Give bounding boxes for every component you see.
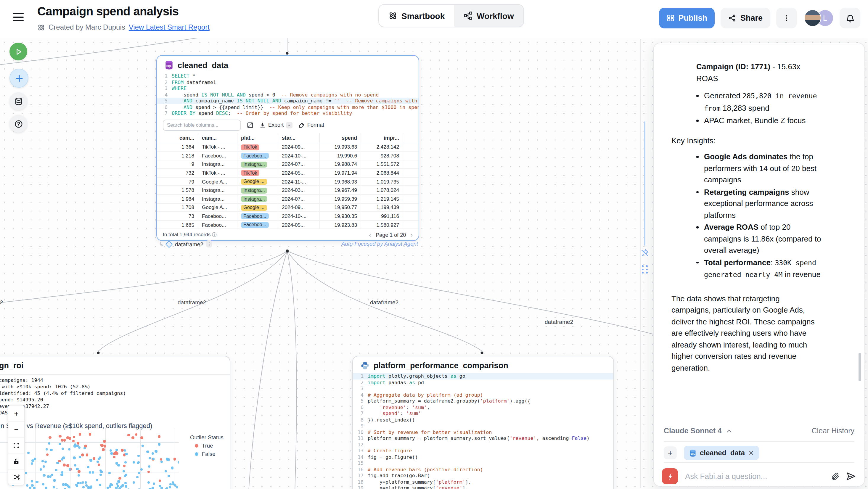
- zoom-out-button[interactable]: −: [8, 422, 24, 437]
- share-button[interactable]: Share: [721, 8, 770, 28]
- list-item: Retargeting campaigns show exceptional p…: [696, 186, 824, 221]
- column-header[interactable]: impr...: [361, 133, 403, 143]
- table-row[interactable]: 1,708Google A...Google ...2024-09...19,9…: [157, 203, 419, 212]
- notifications-button[interactable]: [840, 8, 860, 28]
- column-header[interactable]: clicks: [403, 133, 419, 143]
- key-insights-label: Key Insights:: [672, 135, 824, 146]
- add-node-button[interactable]: [9, 69, 28, 88]
- legend-item-true[interactable]: True: [190, 443, 223, 449]
- data-sources-button[interactable]: [9, 92, 27, 110]
- fabi-logo: [662, 468, 678, 484]
- fit-view-icon: [13, 442, 20, 449]
- table-search-input[interactable]: [163, 119, 241, 130]
- chart-legend[interactable]: Outlier Status True False: [190, 434, 223, 457]
- panel-gutter-divider: [640, 39, 641, 488]
- sql-node-icon: SQL: [164, 60, 174, 70]
- export-dropdown[interactable]: ⌄: [286, 122, 292, 128]
- table-row[interactable]: 1,364TikTok - ...TikTok2024-09...19,993.…: [157, 143, 419, 151]
- send-icon[interactable]: [846, 471, 856, 481]
- export-button[interactable]: Export ⌄: [259, 122, 292, 128]
- more-menu-button[interactable]: [776, 8, 797, 28]
- ai-chat-panel: – – – Campaign (ID: 1771) - 15.63x ROAS …: [653, 42, 865, 487]
- model-selector[interactable]: Claude Sonnet 4: [664, 427, 733, 435]
- run-all-button[interactable]: [9, 42, 27, 60]
- table-row[interactable]: 1,218Faceboo...Faceboo...2024-10-...19,9…: [157, 151, 419, 160]
- message-heading: Campaign (ID: 1771) - 15.63x ROAS: [696, 61, 824, 84]
- return-arrow-icon: ↳: [159, 241, 164, 247]
- python-code-editor[interactable]: 1import plotly.graph_objects as go2impor…: [353, 373, 613, 489]
- tab-workflow[interactable]: Workflow: [454, 5, 523, 27]
- column-header[interactable]: star...: [278, 133, 319, 143]
- chevron-up-icon: [726, 428, 733, 434]
- table-row[interactable]: 1,984Instagra...Instagra...2024-07...19,…: [157, 194, 419, 203]
- shuffle-icon: [13, 473, 20, 481]
- platform-badge: Faceboo...: [241, 213, 269, 219]
- output-menu-button[interactable]: ⋮: [206, 240, 212, 247]
- publish-grid-icon: [666, 14, 674, 22]
- shuffle-layout-button[interactable]: [8, 469, 24, 485]
- avatar-photo[interactable]: [804, 9, 821, 27]
- legend-item-false[interactable]: False: [190, 451, 223, 457]
- attachment-icon[interactable]: [831, 471, 840, 481]
- node-output-row[interactable]: ↳ dataframe2 ⋮: [159, 240, 212, 247]
- app-header: Campaign spend analysis Created by Marc …: [0, 0, 868, 38]
- next-page-button[interactable]: ›: [411, 232, 413, 238]
- context-chip-cleaned-data[interactable]: SQL cleaned_data ✕: [684, 446, 760, 460]
- view-toggle: Smartbook Workflow: [378, 4, 524, 27]
- node-platform-performance-comparison[interactable]: platform_performance_comparison 1import …: [352, 356, 614, 489]
- fit-view-button[interactable]: [8, 437, 24, 454]
- key-insights-list: Google Ads dominates the top performers …: [672, 151, 824, 281]
- scatter-plot[interactable]: [0, 422, 179, 489]
- table-row[interactable]: 1,578Instagra...Instagra...2024-03...19,…: [157, 186, 419, 194]
- dataframe-icon: [165, 240, 173, 247]
- add-context-button[interactable]: +: [664, 447, 677, 459]
- svg-text:SQL: SQL: [691, 453, 695, 455]
- zoom-in-button[interactable]: +: [8, 405, 24, 422]
- column-header[interactable]: plat...: [237, 133, 278, 143]
- edge-label-dataframe2: dataframe2: [545, 318, 573, 325]
- panel-scrollbar[interactable]: [859, 353, 861, 381]
- prev-page-button[interactable]: ‹: [369, 232, 371, 238]
- table-row[interactable]: 732TikTok - ...TikTok2024-05...19,971.94…: [157, 169, 419, 177]
- drag-handle-icon[interactable]: [642, 265, 648, 273]
- console-output: Filtered campaigns: 1944 Campaigns with …: [0, 375, 230, 419]
- expand-table-button[interactable]: [247, 122, 253, 128]
- result-table[interactable]: cam...cam...plat...star...spendimpr...cl…: [157, 133, 419, 230]
- plus-icon: [14, 74, 23, 83]
- sql-code-editor[interactable]: 1SELECT *2FROM dataframe13WHERE4 spend I…: [157, 73, 418, 116]
- response-indicator-line: [644, 121, 645, 246]
- expand-icon: [247, 122, 253, 128]
- table-row[interactable]: 9Instagra...Instagra...2024-07...19,988.…: [157, 160, 419, 169]
- smart-report-link[interactable]: View Latest Smart Report: [129, 23, 210, 31]
- list-item: Average ROAS of top 20 campaigns is 11.8…: [696, 221, 824, 256]
- legend-dot-true: [195, 444, 198, 448]
- menu-icon[interactable]: [13, 13, 24, 21]
- column-header[interactable]: cam...: [157, 133, 198, 143]
- format-button[interactable]: Format: [299, 122, 324, 128]
- smartbook-icon: [389, 11, 397, 20]
- platform-badge: Faceboo...: [241, 153, 269, 159]
- remove-chip-icon[interactable]: ✕: [748, 449, 754, 457]
- chat-input[interactable]: [684, 471, 825, 481]
- platform-badge: Instagra...: [241, 161, 267, 167]
- lock-button[interactable]: [8, 454, 24, 469]
- platform-badge: Instagra...: [241, 187, 267, 193]
- clear-history-button[interactable]: Clear History: [812, 427, 855, 435]
- table-row[interactable]: 79Google A...Google ...2024-11-...19,968…: [157, 177, 419, 186]
- column-header[interactable]: spend: [319, 133, 361, 143]
- node-title-text: platform_performance_comparison: [374, 361, 508, 370]
- column-header[interactable]: cam...: [198, 133, 237, 143]
- publish-button[interactable]: Publish: [659, 8, 715, 28]
- list-item: Generated 285,820 in revenue from 18,283…: [696, 90, 824, 114]
- list-item: Total performance: 330K spend generated …: [696, 257, 824, 281]
- bell-icon: [845, 13, 855, 23]
- help-button[interactable]: [9, 115, 27, 132]
- node-cleaned-data[interactable]: SQL cleaned_data 1SELECT *2FROM datafram…: [156, 55, 419, 241]
- table-row[interactable]: 73Faceboo...Faceboo...2024-10-...19,930.…: [157, 212, 419, 220]
- tab-smartbook[interactable]: Smartbook: [379, 5, 454, 27]
- list-item: Google Ads dominates the top performers …: [696, 151, 824, 186]
- platform-badge: Google ...: [241, 205, 267, 210]
- unpin-icon[interactable]: [641, 249, 649, 257]
- table-row[interactable]: 1,685Faceboo...Faceboo...2024-05...19,92…: [157, 220, 419, 229]
- help-icon: [14, 119, 23, 128]
